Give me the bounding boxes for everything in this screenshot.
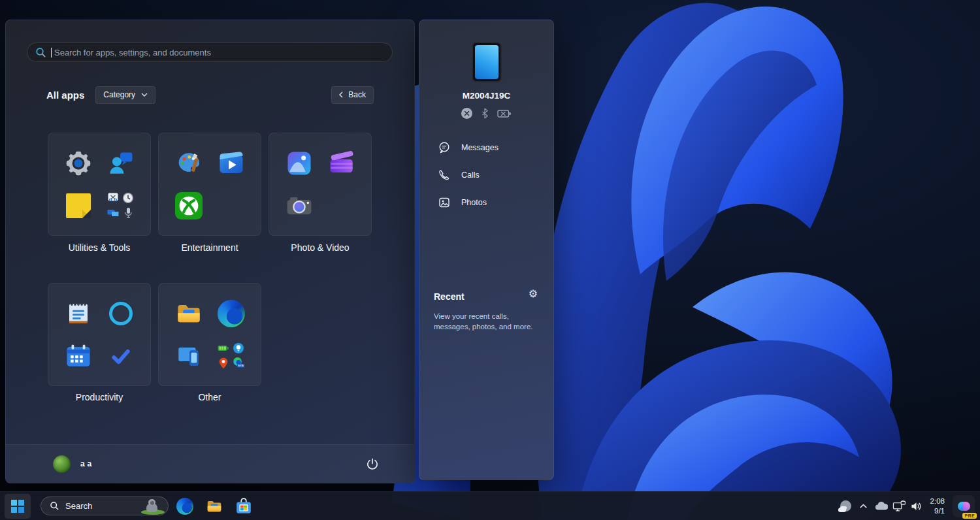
chevron-up-icon xyxy=(859,503,868,509)
voice-recorder-icon xyxy=(122,206,135,219)
media-player-icon xyxy=(217,149,246,178)
onedrive-cloud-icon xyxy=(875,502,888,510)
copilot-button[interactable]: PRE xyxy=(953,495,975,517)
recent-settings-gear-icon[interactable]: ⚙ xyxy=(529,289,538,299)
copilot-icon xyxy=(958,502,970,511)
connection-off-icon xyxy=(461,108,472,119)
taskbar-left: Search xyxy=(0,494,257,519)
notepad-icon xyxy=(64,299,93,328)
photos-icon xyxy=(285,149,314,178)
copilot-preview-badge: PRE xyxy=(962,513,977,519)
tile-icon-grid xyxy=(174,149,246,220)
search-icon xyxy=(50,501,59,511)
messages-icon xyxy=(438,141,451,154)
empty-slot xyxy=(327,191,356,220)
network-display-icon xyxy=(892,500,906,512)
calls-icon xyxy=(438,169,451,182)
get-help-icon xyxy=(106,149,135,178)
all-apps-title: All apps xyxy=(46,89,84,101)
battery-icon xyxy=(217,342,230,355)
phone-link-panel: M2004J19C Messages Calls xyxy=(419,20,554,480)
taskbar-edge-button[interactable] xyxy=(172,494,198,519)
empty-slot xyxy=(217,191,246,220)
start-menu-footer: a a xyxy=(6,444,414,483)
recent-description: View your recent calls, messages, photos… xyxy=(434,312,534,332)
back-label: Back xyxy=(348,90,366,99)
network-button[interactable] xyxy=(891,494,908,519)
paint-icon xyxy=(174,149,203,178)
category-tile-other[interactable]: BETA xyxy=(158,283,261,386)
clock-time: 2:08 xyxy=(930,496,945,506)
start-menu: All apps Category Back xyxy=(5,20,415,483)
power-icon xyxy=(366,457,379,470)
hidden-icons-button[interactable] xyxy=(856,494,872,519)
chevron-left-icon xyxy=(339,91,343,98)
tile-icon-grid xyxy=(285,149,356,220)
start-search-box[interactable] xyxy=(27,42,393,62)
settings-gear-icon xyxy=(64,149,93,178)
sticky-notes-icon xyxy=(64,191,93,220)
edge-icon xyxy=(176,498,193,515)
tile-icon-grid xyxy=(64,149,135,220)
category-tile-photo-video[interactable] xyxy=(269,133,372,236)
bing-daily-image-gorilla xyxy=(140,497,166,515)
microsoft-store-icon xyxy=(235,498,252,515)
onedrive-button[interactable] xyxy=(872,494,891,519)
todo-icon xyxy=(106,342,135,370)
calendar-icon xyxy=(64,342,93,370)
volume-button[interactable] xyxy=(908,494,926,519)
svg-text:BETA: BETA xyxy=(238,365,244,367)
device-name: M2004J19C xyxy=(419,91,553,101)
calls-label: Calls xyxy=(461,171,480,180)
user-account-button[interactable]: a a xyxy=(46,451,99,477)
tips-bulb-icon xyxy=(232,342,245,355)
utilities-more-apps xyxy=(106,191,135,220)
clipchamp-icon xyxy=(327,149,356,178)
phone-menu-messages[interactable]: Messages xyxy=(428,135,545,161)
xbox-icon xyxy=(174,191,203,220)
category-label-photo-video: Photo & Video xyxy=(269,242,372,253)
text-caret xyxy=(51,48,52,57)
tile-icon-grid: BETA xyxy=(174,299,246,370)
camera-icon xyxy=(285,191,314,220)
taskbar-file-explorer-button[interactable] xyxy=(201,494,227,519)
taskbar-search-label: Search xyxy=(65,501,92,511)
clock-date: 9/1 xyxy=(930,506,945,516)
user-name: a a xyxy=(80,459,92,468)
user-avatar xyxy=(53,455,71,473)
taskbar-search-box[interactable]: Search xyxy=(41,496,169,515)
snipping-tool-icon xyxy=(106,191,120,204)
back-button[interactable]: Back xyxy=(331,86,374,104)
category-label: Category xyxy=(103,90,135,99)
start-button[interactable] xyxy=(5,494,31,519)
category-tile-productivity[interactable] xyxy=(48,283,151,386)
power-button[interactable] xyxy=(361,452,384,476)
edge-icon xyxy=(217,299,246,328)
photos-label: Photos xyxy=(461,198,487,207)
windows-logo-icon xyxy=(11,500,24,513)
battery-unknown-icon xyxy=(497,109,512,118)
taskbar-store-button[interactable] xyxy=(231,494,257,519)
speaker-icon xyxy=(911,501,923,512)
moon-cloud-icon xyxy=(840,500,851,512)
phone-menu-calls[interactable]: Calls xyxy=(428,162,545,188)
device-status-row xyxy=(419,108,553,119)
start-search-input[interactable] xyxy=(53,47,384,58)
recent-title: Recent xyxy=(434,291,465,302)
taskbar-clock[interactable]: 2:08 9/1 xyxy=(926,496,950,516)
phone-menu-photos[interactable]: Photos xyxy=(428,189,545,216)
file-explorer-icon xyxy=(174,299,203,328)
chevron-down-icon xyxy=(141,93,148,97)
maps-pin-icon xyxy=(217,357,230,370)
category-tile-utilities-tools[interactable] xyxy=(48,133,151,236)
edge-beta-icon: BETA xyxy=(232,357,245,370)
category-tile-entertainment[interactable] xyxy=(158,133,261,236)
messages-label: Messages xyxy=(461,143,498,152)
category-label-other: Other xyxy=(158,392,261,402)
widgets-weather-button[interactable] xyxy=(836,494,856,519)
quick-assist-icon xyxy=(106,206,120,219)
tile-icon-grid xyxy=(64,299,135,370)
category-dropdown-button[interactable]: Category xyxy=(95,86,155,104)
category-label-productivity: Productivity xyxy=(48,392,151,402)
taskbar: Search xyxy=(0,491,980,520)
